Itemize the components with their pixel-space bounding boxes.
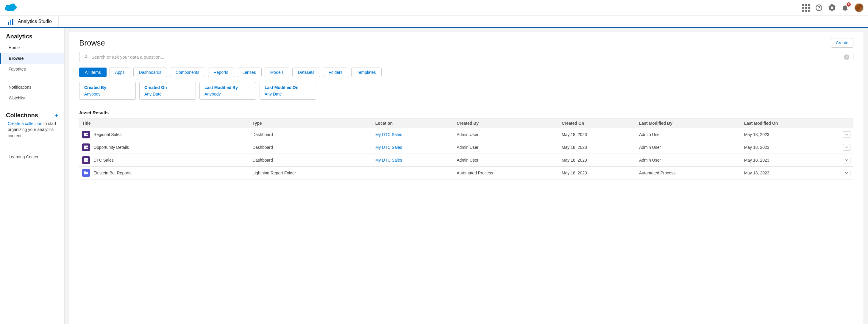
row-actions-menu[interactable]	[843, 144, 850, 151]
app-launcher-icon[interactable]	[802, 4, 810, 11]
table-row: Einstein Bot ReportsLightning Report Fol…	[79, 167, 854, 180]
add-collection-icon[interactable]: +	[55, 112, 58, 119]
filter-pill-folders[interactable]: Folders	[323, 68, 348, 77]
global-header-actions: 4	[802, 3, 864, 12]
row-actions-menu[interactable]	[843, 157, 850, 163]
help-icon[interactable]	[815, 4, 823, 11]
svg-rect-11	[86, 135, 88, 136]
filter-pill-dashboards[interactable]: Dashboards	[133, 68, 167, 77]
cell-created-on: May 18, 2023	[559, 154, 636, 167]
app-context-name[interactable]: Analytics Studio	[0, 16, 59, 27]
sidebar-item-browse[interactable]: Browse	[0, 53, 64, 64]
column-header-created-on[interactable]: Created On	[559, 119, 636, 128]
cell-modified-by: Admin User	[636, 154, 741, 167]
sidebar-item-watchlist[interactable]: Watchlist	[0, 93, 64, 103]
row-actions-menu[interactable]	[843, 131, 850, 138]
svg-rect-13	[86, 145, 88, 147]
column-header-actions	[840, 119, 854, 128]
facet-last-modified-by[interactable]: Last Modified ByAnybody	[199, 82, 256, 100]
filter-pill-lenses[interactable]: Lenses	[237, 68, 262, 77]
facet-last-modified-on[interactable]: Last Modified OnAny Date	[259, 82, 316, 100]
dashboard-icon	[82, 156, 90, 164]
svg-rect-3	[10, 20, 11, 25]
page-title: Browse	[79, 38, 105, 47]
results-section-title: Asset Results	[79, 110, 854, 115]
cell-location	[372, 167, 454, 180]
cell-location: My DTC Sales	[372, 128, 454, 141]
facet-label: Last Modified By	[205, 85, 249, 90]
user-avatar[interactable]	[854, 3, 864, 12]
location-link[interactable]: My DTC Sales	[375, 145, 402, 150]
sidebar-item-home[interactable]: Home	[0, 42, 64, 53]
cell-actions	[840, 167, 854, 180]
table-row: DTC SalesDashboardMy DTC SalesAdmin User…	[79, 154, 854, 167]
cell-type: Dashboard	[249, 128, 372, 141]
svg-rect-4	[12, 19, 13, 25]
svg-rect-2	[8, 22, 9, 25]
cell-actions	[840, 141, 854, 154]
sidebar-item-notifications[interactable]: Notifications	[0, 82, 64, 93]
cell-type: Dashboard	[249, 141, 372, 154]
filter-pill-reports[interactable]: Reports	[208, 68, 234, 77]
cell-modified-on: May 18, 2023	[741, 128, 840, 141]
facet-label: Created By	[84, 85, 129, 90]
create-collection-link[interactable]: Create a collection	[8, 121, 42, 126]
sidebar: Analytics HomeBrowseFavorites Notificati…	[0, 28, 65, 324]
row-actions-menu[interactable]	[843, 170, 850, 176]
svg-rect-9	[84, 133, 86, 136]
asset-title[interactable]: DTC Sales	[93, 158, 114, 162]
cell-location: My DTC Sales	[372, 154, 454, 167]
column-header-type[interactable]: Type	[249, 119, 372, 128]
cell-modified-on: May 18, 2023	[741, 167, 840, 180]
location-link[interactable]: My DTC Sales	[375, 132, 402, 137]
filter-pill-components[interactable]: Components	[170, 68, 205, 77]
column-header-title[interactable]: Title	[79, 119, 249, 128]
sidebar-section-analytics-title: Analytics	[0, 28, 64, 42]
clear-search-icon[interactable]	[844, 55, 849, 60]
cell-created-by: Automated Process	[454, 167, 559, 180]
table-row: Regional SalesDashboardMy DTC SalesAdmin…	[79, 128, 854, 141]
column-header-location[interactable]: Location	[372, 119, 454, 128]
asset-title[interactable]: Einstein Bot Reports	[93, 170, 131, 175]
filter-pill-all-items[interactable]: All Items	[79, 68, 106, 77]
cell-location: My DTC Sales	[372, 141, 454, 154]
global-header: 4	[0, 0, 868, 16]
location-link[interactable]: My DTC Sales	[375, 158, 402, 162]
setup-gear-icon[interactable]	[828, 4, 836, 11]
column-header-last-modified-by[interactable]: Last Modified By	[636, 119, 741, 128]
sidebar-item-favorites[interactable]: Favorites	[0, 64, 64, 74]
dashboard-icon	[82, 143, 90, 151]
filter-pill-apps[interactable]: Apps	[110, 68, 130, 77]
svg-point-5	[84, 55, 87, 58]
facet-value: Anybody	[205, 92, 249, 96]
collections-helper-text: Create a collection to start organizing …	[0, 121, 64, 139]
cell-modified-by: Admin User	[636, 128, 741, 141]
cell-modified-on: May 18, 2023	[741, 154, 840, 167]
cell-created-on: May 18, 2023	[559, 167, 636, 180]
column-header-created-by[interactable]: Created By	[454, 119, 559, 128]
svg-rect-14	[86, 148, 88, 149]
salesforce-logo[interactable]	[4, 3, 17, 12]
app-context-bar: Analytics Studio	[0, 16, 868, 28]
create-button[interactable]: Create	[831, 38, 854, 47]
notification-badge: 4	[846, 2, 851, 6]
svg-rect-17	[86, 160, 88, 162]
column-header-last-modified-on[interactable]: Last Modified On	[741, 119, 840, 128]
dashboard-icon	[82, 131, 90, 138]
sidebar-item-learning-center[interactable]: Learning Center	[0, 152, 64, 162]
filter-pill-datasets[interactable]: Datasets	[292, 68, 320, 77]
search-input[interactable]	[79, 52, 854, 62]
notifications-bell-icon[interactable]: 4	[841, 4, 849, 11]
cell-modified-on: May 18, 2023	[741, 141, 840, 154]
asset-title[interactable]: Regional Sales	[93, 132, 121, 137]
filter-pill-models[interactable]: Models	[265, 68, 289, 77]
folder-icon	[82, 169, 90, 177]
cell-actions	[840, 154, 854, 167]
svg-line-6	[86, 57, 88, 58]
facet-created-by[interactable]: Created ByAnybody	[79, 82, 136, 100]
asset-title[interactable]: Opportunity Details	[93, 145, 129, 150]
facet-created-on[interactable]: Created OnAny Date	[139, 82, 196, 100]
cell-modified-by: Admin User	[636, 141, 741, 154]
facet-value: Any Date	[144, 92, 189, 96]
filter-pill-templates[interactable]: Templates	[351, 68, 382, 77]
